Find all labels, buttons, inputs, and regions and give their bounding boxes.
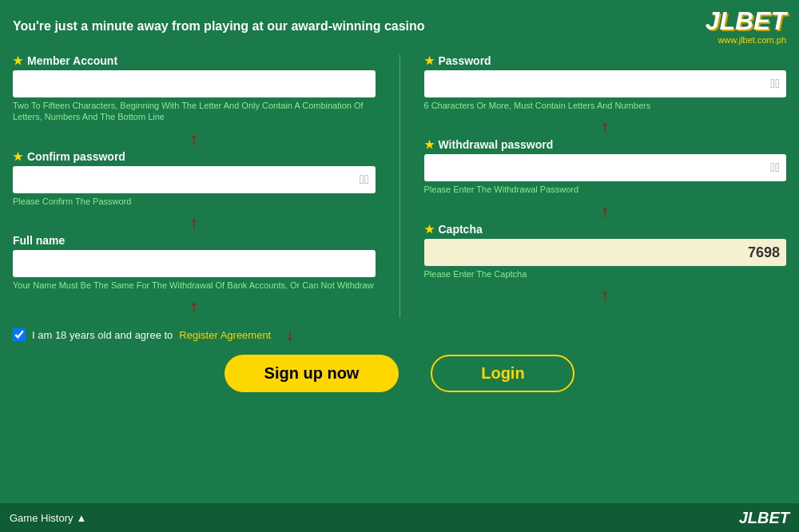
login-button[interactable]: Login xyxy=(431,355,574,392)
logo: JLBET xyxy=(706,8,786,34)
password-hint: 6 Characters Or More, Must Contain Lette… xyxy=(424,100,787,111)
withdrawal-password-group: ★ Withdrawal password 👁̸ Please Enter Th… xyxy=(424,138,787,195)
confirm-password-input-wrapper: 👁̸ xyxy=(13,166,376,193)
logo-bet: BET xyxy=(735,6,786,35)
captcha-label: ★ Captcha xyxy=(424,223,787,236)
agreement-checkbox[interactable] xyxy=(13,328,26,341)
eye-icon-password[interactable]: 👁̸ xyxy=(770,77,780,91)
member-account-label: ★ Member Account xyxy=(13,54,376,67)
game-history-button[interactable]: Game History ▲ xyxy=(10,512,86,524)
eye-icon-withdrawal[interactable]: 👁̸ xyxy=(770,161,780,175)
footer-bar: Game History ▲ JLBET xyxy=(0,503,799,532)
star-icon-2: ★ xyxy=(13,150,23,163)
member-account-input[interactable] xyxy=(13,70,376,97)
logo-url: www.jlbet.com.ph xyxy=(718,35,786,45)
star-icon: ★ xyxy=(13,54,23,67)
star-icon-3: ★ xyxy=(424,54,435,67)
captcha-group: ★ Captcha 7698 Please Enter The Captcha xyxy=(424,223,787,280)
game-history-label: Game History xyxy=(10,512,73,524)
form-right-col: ★ Password 👁̸ 6 Characters Or More, Must… xyxy=(424,54,787,318)
arrow-withdrawal: ↑ xyxy=(424,203,787,220)
arrow-captcha: ↑ xyxy=(424,287,787,304)
star-icon-5: ★ xyxy=(424,223,435,236)
withdrawal-password-label: ★ Withdrawal password xyxy=(424,138,787,151)
up-arrow-icon-5: ↑ xyxy=(601,203,610,220)
eye-icon-confirm[interactable]: 👁̸ xyxy=(360,173,369,187)
logo-jl: JL xyxy=(706,6,735,35)
up-arrow-icon-2: ↑ xyxy=(189,214,198,232)
confirm-password-label: ★ Confirm password xyxy=(13,150,376,163)
withdrawal-password-input-wrapper: 👁̸ xyxy=(424,154,787,181)
withdrawal-password-hint: Please Enter The Withdrawal Password xyxy=(424,184,787,195)
buttons-row: Sign up now Login xyxy=(0,350,799,399)
divider xyxy=(400,54,400,318)
password-input-wrapper: 👁̸ xyxy=(424,70,787,97)
up-arrow-icon-3: ↑ xyxy=(189,298,198,316)
password-label: ★ Password xyxy=(424,54,787,67)
arrow-confirm-password: ↑ xyxy=(13,214,376,232)
up-arrow-icon-4: ↑ xyxy=(601,118,610,136)
full-name-input-wrapper xyxy=(13,250,376,277)
captcha-input[interactable] xyxy=(424,239,787,266)
game-history-icon: ▲ xyxy=(76,512,86,524)
up-arrow-icon-6: ↑ xyxy=(601,287,610,304)
arrow-down-agreement: ↓ xyxy=(285,324,294,345)
member-account-group: ★ Member Account Two To Fifteen Characte… xyxy=(13,54,376,123)
full-name-input[interactable] xyxy=(13,250,376,277)
password-group: ★ Password 👁̸ 6 Characters Or More, Must… xyxy=(424,54,787,111)
confirm-password-input[interactable] xyxy=(13,166,376,193)
full-name-label: Full name xyxy=(13,234,376,247)
star-icon-4: ★ xyxy=(424,138,435,151)
header-bar: You're just a minute away from playing a… xyxy=(0,0,799,51)
form-left-col: ★ Member Account Two To Fifteen Characte… xyxy=(13,54,376,318)
agreement-text: I am 18 years old and agree to xyxy=(32,329,173,341)
header-title: You're just a minute away from playing a… xyxy=(13,19,425,34)
form-area: ★ Member Account Two To Fifteen Characte… xyxy=(0,51,799,318)
arrow-full-name: ↑ xyxy=(13,298,376,316)
up-arrow-icon: ↑ xyxy=(189,130,198,148)
arrow-password: ↑ xyxy=(424,118,787,136)
captcha-input-wrapper: 7698 xyxy=(424,239,787,266)
footer-logo-jl: JL xyxy=(739,509,757,526)
password-input[interactable] xyxy=(424,70,787,97)
withdrawal-password-input[interactable] xyxy=(424,154,787,181)
confirm-password-hint: Please Confirm The Password xyxy=(13,196,376,207)
logo-area: JLBET www.jlbet.com.ph xyxy=(706,8,786,45)
confirm-password-group: ★ Confirm password 👁̸ Please Confirm The… xyxy=(13,150,376,207)
member-account-hint: Two To Fifteen Characters, Beginning Wit… xyxy=(13,100,376,123)
full-name-hint: Your Name Must Be The Same For The Withd… xyxy=(13,280,376,291)
footer-logo: JLBET xyxy=(739,509,789,527)
member-account-input-wrapper xyxy=(13,70,376,97)
full-name-group: Full name Your Name Must Be The Same For… xyxy=(13,234,376,291)
signup-button[interactable]: Sign up now xyxy=(225,355,400,392)
agreement-row: I am 18 years old and agree to Register … xyxy=(0,318,799,350)
footer-logo-bet: BET xyxy=(757,509,789,526)
arrow-member-account: ↑ xyxy=(13,130,376,148)
register-agreement-link[interactable]: Register Agreement xyxy=(179,329,271,341)
captcha-hint: Please Enter The Captcha xyxy=(424,268,787,280)
